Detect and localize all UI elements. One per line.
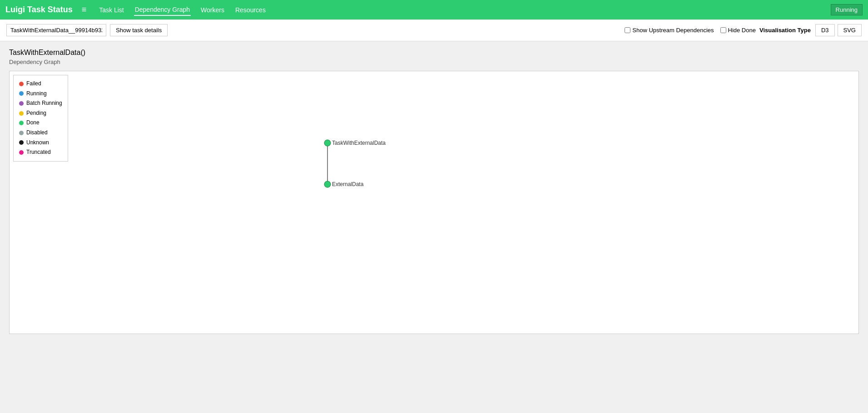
vis-d3-button[interactable]: D3 — [815, 24, 835, 36]
node-label: TaskWithExternalData — [332, 140, 386, 146]
legend-dot — [19, 150, 24, 155]
legend-label: Failed — [26, 79, 41, 89]
nav-workers[interactable]: Workers — [200, 5, 225, 15]
page-content: TaskWithExternalData() Dependency Graph … — [0, 41, 868, 341]
legend-item-disabled: Disabled — [19, 128, 62, 138]
menu-icon[interactable]: ≡ — [82, 5, 87, 15]
legend-label: Unknown — [26, 138, 49, 148]
toolbar: Show task details Show Upstream Dependen… — [0, 20, 868, 41]
legend-dot — [19, 91, 24, 96]
legend-item-unknown: Unknown — [19, 138, 62, 148]
show-upstream-label[interactable]: Show Upstream Dependencies — [625, 27, 714, 34]
nav-dependency-graph[interactable]: Dependency Graph — [134, 4, 191, 16]
checkbox-group: Show Upstream Dependencies Hide Done — [625, 27, 756, 34]
graph-svg: TaskWithExternalDataExternalData — [10, 71, 858, 334]
app-title[interactable]: Luigi Task Status — [5, 5, 73, 15]
legend-label: Batch Running — [26, 98, 62, 108]
legend-dot — [19, 111, 24, 116]
legend-item-batch-running: Batch Running — [19, 98, 62, 108]
legend-label: Pending — [26, 108, 46, 118]
vis-svg-button[interactable]: SVG — [838, 24, 862, 36]
legend-item-truncated: Truncated — [19, 148, 62, 157]
graph-container: FailedRunningBatch RunningPendingDoneDis… — [9, 71, 859, 334]
task-input[interactable] — [6, 24, 106, 36]
node-label: ExternalData — [332, 181, 364, 187]
graph-node-node1[interactable]: TaskWithExternalData — [324, 140, 386, 146]
nav-task-list[interactable]: Task List — [98, 5, 124, 15]
vis-type-group: Visualisation Type D3 SVG — [759, 24, 862, 36]
legend-item-pending: Pending — [19, 108, 62, 118]
node-circle — [324, 181, 331, 187]
legend-dot — [19, 140, 24, 145]
hide-done-label[interactable]: Hide Done — [720, 27, 756, 34]
page-subtitle: Dependency Graph — [9, 59, 859, 65]
nav-resources[interactable]: Resources — [234, 5, 267, 15]
status-badge[interactable]: Running — [831, 4, 863, 15]
legend-label: Disabled — [26, 128, 48, 138]
legend-dot — [19, 121, 24, 125]
show-details-button[interactable]: Show task details — [110, 24, 168, 36]
page-title: TaskWithExternalData() — [9, 49, 859, 57]
legend-label: Running — [26, 89, 47, 99]
legend-item-running: Running — [19, 89, 62, 99]
legend-label: Done — [26, 118, 40, 128]
vis-type-label: Visualisation Type — [759, 27, 811, 34]
legend-dot — [19, 131, 24, 135]
legend-dot — [19, 101, 24, 106]
show-upstream-checkbox[interactable] — [625, 27, 630, 33]
legend-item-done: Done — [19, 118, 62, 128]
graph-node-node2[interactable]: ExternalData — [324, 181, 364, 187]
legend: FailedRunningBatch RunningPendingDoneDis… — [13, 75, 68, 162]
node-circle — [324, 140, 331, 146]
hide-done-checkbox[interactable] — [720, 27, 726, 33]
legend-item-failed: Failed — [19, 79, 62, 89]
legend-dot — [19, 82, 24, 86]
legend-label: Truncated — [26, 148, 51, 157]
